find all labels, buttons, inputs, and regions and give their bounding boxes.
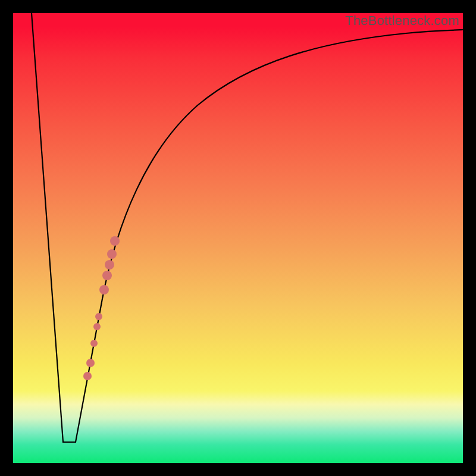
curve-marker [86, 359, 95, 367]
curve-marker [102, 271, 112, 280]
curve-marker [107, 249, 117, 259]
curve-marker [83, 372, 92, 380]
curve-marker [105, 260, 114, 270]
bottleneck-curve [32, 13, 463, 442]
chart-frame: TheBottleneck.com [0, 0, 476, 476]
curve-marker [99, 285, 109, 295]
curve-marker [93, 323, 101, 330]
curve-marker [90, 340, 98, 347]
curve-marker [110, 236, 120, 246]
curve-marker [95, 313, 102, 320]
plot-area: TheBottleneck.com [13, 13, 463, 463]
overlay-svg [13, 13, 463, 463]
